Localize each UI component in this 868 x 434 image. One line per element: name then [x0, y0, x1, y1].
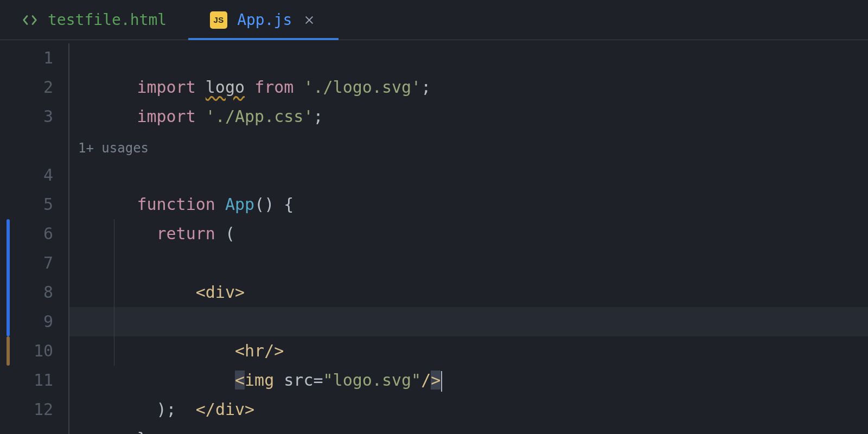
code-line[interactable]: return ( — [69, 190, 868, 219]
line-number: 1 — [13, 43, 68, 73]
code-line[interactable]: } — [69, 395, 868, 424]
line-number: 5 — [13, 190, 68, 219]
html-tag-icon — [22, 12, 38, 28]
modification-marks-gutter — [0, 40, 13, 434]
code-line[interactable]: function App() { — [69, 161, 868, 190]
js-file-icon: JS — [210, 11, 227, 29]
line-number: 11 — [13, 366, 68, 395]
code-line[interactable]: ); — [69, 366, 868, 395]
tab-app-js[interactable]: JS App.js — [188, 0, 339, 40]
line-number-gutter: 1 2 3 4 5 6 7 8 9 10 11 12 — [13, 40, 68, 434]
change-mark-brown — [7, 336, 10, 366]
code-line[interactable]: <hr/> — [69, 278, 868, 307]
code-line[interactable]: import logo from './logo.svg'; — [69, 43, 868, 73]
tab-testfile-html[interactable]: testfile.html — [0, 0, 188, 40]
close-tab-button[interactable] — [302, 12, 317, 28]
gutter-spacer — [13, 131, 68, 161]
code-line-current[interactable]: <img src="logo.svg"/> — [69, 307, 868, 336]
usages-hint[interactable]: 1+ usages — [69, 131, 868, 161]
tab-label: App.js — [237, 11, 292, 29]
code-line[interactable] — [69, 102, 868, 131]
line-number: 9 — [13, 307, 68, 336]
code-line[interactable]: <br/> — [69, 248, 868, 278]
editor-tab-bar: testfile.html JS App.js — [0, 0, 868, 40]
line-number: 12 — [13, 395, 68, 424]
line-number: 8 — [13, 278, 68, 307]
code-line[interactable]: import './App.css'; — [69, 73, 868, 102]
line-number: 6 — [13, 219, 68, 248]
code-line[interactable]: <div> — [69, 219, 868, 248]
line-number: 7 — [13, 248, 68, 278]
line-number: 3 — [13, 102, 68, 131]
code-area[interactable]: import logo from './logo.svg'; import '.… — [69, 40, 868, 434]
line-number: 2 — [13, 73, 68, 102]
line-number: 4 — [13, 161, 68, 190]
change-mark-blue — [7, 219, 10, 336]
code-editor[interactable]: 1 2 3 4 5 6 7 8 9 10 11 12 import logo f… — [0, 40, 868, 434]
line-number: 10 — [13, 336, 68, 366]
code-line[interactable]: </div> — [69, 336, 868, 366]
tab-label: testfile.html — [48, 11, 167, 29]
